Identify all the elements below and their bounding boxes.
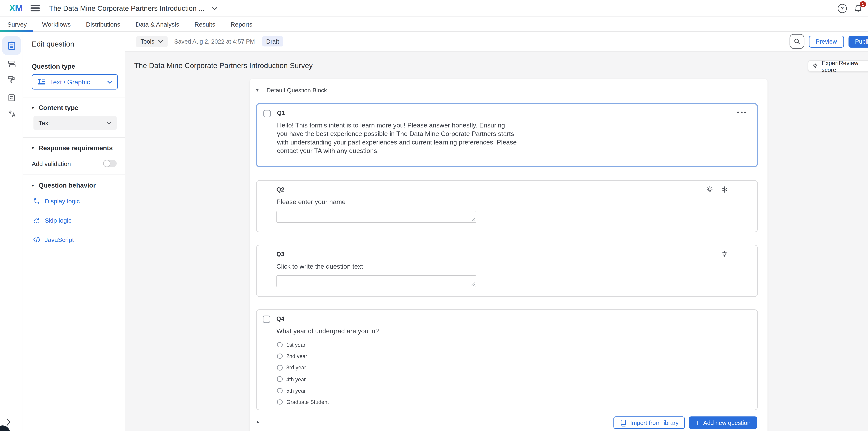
editor-toolbar: Tools Saved Aug 2, 2022 at 4:57 PM Draft… (125, 32, 868, 52)
add-validation-toggle[interactable] (103, 160, 117, 167)
q4-choice-4[interactable]: 4th year (277, 376, 329, 382)
resize-handle-icon[interactable] (471, 218, 475, 222)
skip-logic-link[interactable]: Skip logic (33, 216, 118, 224)
notification-badge: 1 (860, 1, 866, 7)
tab-distributions[interactable]: Distributions (86, 21, 120, 27)
q4-checkbox[interactable] (263, 315, 270, 323)
skip-logic-label: Skip logic (45, 217, 71, 224)
q4-choice-6[interactable]: Graduate Student (277, 399, 329, 405)
question-card-q4[interactable]: Q4 What year of undergrad are you in? 1s… (256, 309, 758, 410)
collapse-block-button[interactable]: ▲ (255, 419, 260, 424)
q2-forced-response-indicator[interactable] (721, 186, 728, 193)
q1-question-text[interactable]: Hello! This form's intent is to learn mo… (277, 121, 517, 155)
active-tab-underline (0, 30, 33, 32)
content-type-section-header[interactable]: ▾ Content type (32, 104, 118, 111)
qualtrics-survey-editor: XM The Data Mine Corporate Partners Intr… (0, 0, 868, 431)
question-card-q2[interactable]: Q2 Please enter your name (256, 180, 758, 232)
settings-sliders-icon (7, 93, 16, 102)
radio-button[interactable] (277, 399, 282, 405)
sidebar-expand-button[interactable] (6, 418, 11, 426)
q2-expert-suggestion-button[interactable] (706, 186, 714, 194)
hamburger-menu-button[interactable] (30, 5, 39, 12)
add-new-question-button[interactable]: + Add new question (689, 417, 757, 429)
expert-review-button[interactable]: ExpertReview score Fair (808, 60, 868, 72)
q4-id-label: Q4 (276, 315, 284, 322)
survey-editor-main: The Data Mine Corporate Partners Introdu… (125, 52, 868, 431)
lightbulb-icon (706, 186, 714, 194)
content-type-value: Text (38, 120, 50, 126)
collapse-triangle-icon: ▾ (32, 183, 34, 188)
q2-question-text[interactable]: Please enter your name (276, 198, 345, 206)
q2-id-label: Q2 (276, 186, 284, 192)
choice-label: 3rd year (286, 365, 306, 371)
q4-choice-3[interactable]: 3rd year (277, 365, 329, 371)
q4-question-text[interactable]: What year of undergrad are you in? (276, 327, 379, 336)
block-title[interactable]: Default Question Block (267, 87, 327, 93)
status-badge: Draft (262, 36, 283, 47)
import-from-library-button[interactable]: Import from library (613, 417, 685, 429)
content-type-select[interactable]: Text (33, 116, 117, 130)
radio-button[interactable] (277, 353, 282, 359)
rail-translations[interactable] (2, 104, 21, 123)
tab-reports[interactable]: Reports (230, 21, 252, 27)
tab-survey[interactable]: Survey (7, 21, 27, 27)
toggle-knob (103, 160, 111, 167)
translate-icon (7, 109, 16, 118)
add-validation-label: Add validation (32, 160, 71, 167)
survey-name-menu[interactable]: The Data Mine Corporate Partners Introdu… (49, 4, 218, 12)
tools-button[interactable]: Tools (136, 36, 167, 47)
notifications-button[interactable]: 1 (854, 4, 863, 13)
edit-question-panel: Edit question Question type Text / Graph… (23, 32, 126, 431)
radio-button[interactable] (277, 376, 282, 382)
search-button[interactable] (790, 34, 804, 49)
choice-label: 2nd year (286, 353, 307, 359)
resize-handle-icon[interactable] (471, 282, 475, 286)
question-type-dropdown[interactable]: Text / Graphic (32, 74, 118, 89)
publish-button[interactable]: Publish (848, 35, 868, 48)
tab-results[interactable]: Results (194, 21, 215, 27)
plus-icon: + (695, 419, 700, 426)
preview-button[interactable]: Preview (809, 35, 844, 48)
javascript-link[interactable]: JavaScript (33, 236, 118, 244)
content-area: Tools Saved Aug 2, 2022 at 4:57 PM Draft… (125, 32, 868, 431)
q4-choice-1[interactable]: 1st year (277, 342, 329, 348)
response-requirements-section-header[interactable]: ▾ Response requirements (32, 145, 118, 151)
chevron-down-icon (106, 121, 112, 124)
chevron-right-icon (6, 418, 11, 426)
q3-question-text[interactable]: Click to write the question text (276, 263, 363, 271)
radio-button[interactable] (277, 342, 282, 347)
survey-title[interactable]: The Data Mine Corporate Partners Introdu… (134, 61, 313, 70)
tab-data-analysis[interactable]: Data & Analysis (135, 21, 179, 27)
q3-expert-suggestion-button[interactable] (720, 250, 728, 258)
block-collapse-button[interactable]: ▾ (256, 87, 259, 93)
asterisk-icon (721, 186, 728, 193)
q1-checkbox[interactable] (264, 110, 271, 117)
question-card-q3[interactable]: Q3 Click to write the question text (256, 245, 758, 297)
q2-answer-textarea[interactable] (276, 211, 476, 223)
display-logic-link[interactable]: Display logic (33, 197, 118, 205)
collapse-triangle-icon: ▾ (32, 105, 34, 110)
choice-label: 1st year (286, 342, 305, 348)
lightbulb-icon (720, 250, 728, 258)
divider (23, 137, 126, 138)
help-icon[interactable]: ? (838, 4, 847, 13)
q3-id-label: Q3 (276, 250, 284, 257)
xm-logo[interactable]: XM (9, 3, 22, 14)
q3-answer-textarea[interactable] (276, 275, 476, 287)
q4-choice-5[interactable]: 5th year (277, 388, 329, 394)
rail-survey-builder[interactable] (2, 36, 21, 55)
q1-menu-button[interactable] (737, 112, 746, 113)
paint-roller-icon (7, 75, 16, 84)
blocks-icon (7, 59, 16, 68)
rail-look-and-feel[interactable] (2, 70, 21, 89)
question-card-q1[interactable]: Q1 Hello! This form's intent is to learn… (256, 103, 758, 167)
content-type-label: Content type (38, 104, 78, 111)
lightbulb-icon (812, 62, 818, 70)
radio-button[interactable] (277, 365, 282, 370)
question-behavior-section-header[interactable]: ▾ Question behavior (32, 182, 118, 189)
survey-name-label: The Data Mine Corporate Partners Introdu… (49, 4, 204, 12)
radio-button[interactable] (277, 388, 282, 393)
display-logic-label: Display logic (45, 198, 80, 205)
tab-workflows[interactable]: Workflows (42, 21, 71, 27)
q4-choice-2[interactable]: 2nd year (277, 353, 329, 359)
